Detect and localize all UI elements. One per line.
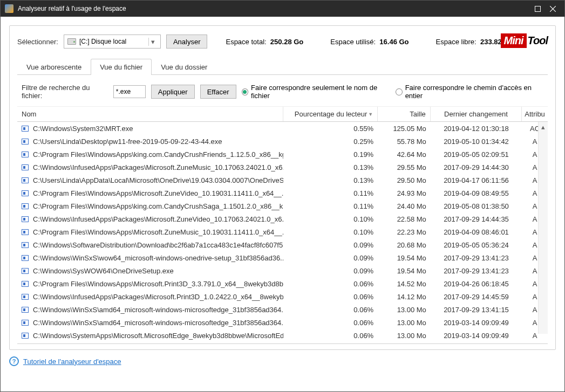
table-row[interactable]: C:\Windows\System32\MRT.exe0.55%125.05 M… — [17, 122, 548, 135]
tabs: Vue arborescente Vue du fichier Vue du d… — [17, 58, 548, 75]
table-row[interactable]: C:\Windows\WinSxS\wow64_microsoft-window… — [17, 251, 548, 264]
file-icon — [22, 190, 29, 196]
file-path: C:\Program Files\WindowsApps\Microsoft.Z… — [33, 189, 283, 197]
file-icon — [22, 216, 29, 222]
filter-label: Filtre de recherche du fichier: — [22, 84, 108, 100]
cell-size: 29.55 Mo — [378, 161, 431, 174]
col-size[interactable]: Taille — [378, 107, 431, 121]
file-icon — [22, 242, 29, 248]
file-icon — [22, 164, 29, 170]
radio-match-path[interactable]: Faire correspondre le chemin d'accès en … — [396, 84, 543, 100]
cell-date: 2019-03-14 09:09:49 — [431, 329, 522, 342]
cell-date: 2017-09-29 14:41:13 — [431, 342, 522, 344]
tab-folder[interactable]: Vue du dossier — [152, 59, 216, 75]
clear-button[interactable]: Effacer — [200, 85, 236, 99]
cell-size: 13.00 Mo — [378, 316, 431, 329]
table-row[interactable]: C:\Windows\SoftwareDistribution\Download… — [17, 238, 548, 251]
file-path: C:\Windows\SoftwareDistribution\Download… — [33, 241, 283, 249]
table-row[interactable]: C:\Program Files\WindowsApps\Microsoft.P… — [17, 277, 548, 290]
cell-percent: 0.11% — [283, 187, 378, 200]
table-row[interactable]: C:\Windows\SysWOW64\OneDriveSetup.exe0.0… — [17, 264, 548, 277]
file-icon — [22, 203, 29, 209]
cell-date: 2017-09-29 13:41:23 — [431, 264, 522, 277]
file-path: C:\Windows\WinSxS\amd64_microsoft-window… — [33, 306, 283, 314]
table-header: Nom Pourcentage du lecteur▼ Taille Derni… — [17, 107, 548, 122]
cell-size: 24.40 Mo — [378, 200, 431, 212]
cell-percent: 0.09% — [283, 238, 378, 251]
cell-date: 2019-05-08 01:38:50 — [431, 200, 522, 212]
apply-button[interactable]: Appliquer — [151, 85, 195, 99]
filter-row: Filtre de recherche du fichier: Applique… — [17, 75, 548, 107]
file-icon — [22, 126, 29, 132]
cell-percent: 0.19% — [283, 148, 378, 161]
table-row[interactable]: C:\Windows\WinSxS\amd64_microsoft-window… — [17, 303, 548, 316]
drive-icon — [67, 38, 76, 45]
table-row[interactable]: C:\Windows\WinSxS\amd64_microsoft-window… — [17, 342, 548, 344]
tab-file[interactable]: Vue du fichier — [91, 59, 152, 75]
footer: ? Tutoriel de l'analyseur d'espace — [1, 350, 564, 373]
cell-size: 19.54 Mo — [378, 264, 431, 277]
table-row[interactable]: C:\Windows\InfusedApps\Packages\Microsof… — [17, 212, 548, 225]
file-path: C:\Program Files\WindowsApps\Microsoft.Z… — [33, 228, 283, 236]
cell-size: 125.05 Mo — [378, 122, 431, 135]
cell-date: 2017-09-29 13:41:15 — [431, 303, 522, 316]
cell-percent: 0.55% — [283, 122, 378, 135]
cell-percent: 0.06% — [283, 303, 378, 316]
file-path: C:\Windows\System32\MRT.exe — [33, 125, 133, 133]
cell-date: 2019-04-26 06:18:45 — [431, 277, 522, 290]
app-icon — [5, 4, 13, 13]
file-icon — [22, 281, 29, 287]
cell-size: 20.68 Mo — [378, 238, 431, 251]
table-row[interactable]: C:\Program Files\WindowsApps\Microsoft.Z… — [17, 187, 548, 200]
select-label: Sélectionner: — [17, 38, 58, 46]
cell-size: 29.50 Mo — [378, 174, 431, 187]
file-icon — [22, 152, 29, 157]
cell-date: 2017-09-29 14:45:59 — [431, 290, 522, 303]
svg-rect-0 — [535, 6, 540, 11]
table-row[interactable]: C:\Windows\InfusedApps\Packages\Microsof… — [17, 161, 548, 174]
file-table: Nom Pourcentage du lecteur▼ Taille Derni… — [17, 107, 548, 344]
table-row[interactable]: C:\Program Files\WindowsApps\king.com.Ca… — [17, 200, 548, 212]
table-row[interactable]: C:\Windows\InfusedApps\Packages\Microsof… — [17, 290, 548, 303]
scroll-up-icon[interactable]: ▴ — [539, 122, 548, 132]
title-bar: Analyseur relatif à l'usage de l'espace — [1, 1, 564, 17]
drive-selector[interactable]: [C:] Disque local ▾ — [64, 35, 161, 49]
tutorial-link[interactable]: Tutoriel de l'analyseur d'espace — [23, 357, 121, 366]
close-button[interactable] — [545, 1, 560, 16]
file-icon — [22, 229, 29, 235]
cell-percent: 0.25% — [283, 135, 378, 148]
col-date[interactable]: Dernier changement — [431, 107, 522, 121]
col-percent[interactable]: Pourcentage du lecteur▼ — [283, 107, 378, 121]
table-row[interactable]: C:\Windows\WinSxS\amd64_microsoft-window… — [17, 316, 548, 329]
cell-percent: 0.09% — [283, 264, 378, 277]
cell-size: 13.00 Mo — [378, 303, 431, 316]
stat-used: Espace utilisé: 16.46 Go — [330, 38, 409, 46]
filter-input[interactable] — [113, 85, 146, 98]
file-path: C:\Windows\WinSxS\wow64_microsoft-window… — [33, 254, 283, 262]
main-panel: MiniTool Sélectionner: [C:] Disque local… — [9, 25, 556, 350]
col-attr[interactable]: Attribu — [522, 107, 548, 121]
cell-percent: 0.06% — [283, 316, 378, 329]
table-row[interactable]: C:\Users\Linda\Desktop\pw11-free-2019-05… — [17, 135, 548, 148]
table-row[interactable]: C:\Windows\SystemApps\Microsoft.Microsof… — [17, 329, 548, 342]
minitool-logo: MiniTool — [501, 33, 548, 48]
maximize-button[interactable] — [530, 1, 545, 16]
cell-size: 19.54 Mo — [378, 251, 431, 264]
vertical-scrollbar[interactable]: ▴ — [538, 122, 548, 334]
table-row[interactable]: C:\Program Files\WindowsApps\king.com.Ca… — [17, 148, 548, 161]
table-row[interactable]: C:\Program Files\WindowsApps\Microsoft.Z… — [17, 225, 548, 238]
cell-date: 2019-03-14 09:09:49 — [431, 316, 522, 329]
cell-date: 2019-04-09 08:46:01 — [431, 225, 522, 238]
cell-size: 14.12 Mo — [378, 290, 431, 303]
radio-match-name[interactable]: Faire correspondre seulement le nom de f… — [242, 84, 391, 100]
file-icon — [22, 139, 29, 145]
sort-desc-icon: ▼ — [368, 112, 373, 117]
cell-size: 13.00 Mo — [378, 329, 431, 342]
analyze-button[interactable]: Analyser — [166, 35, 208, 49]
col-name[interactable]: Nom — [17, 107, 283, 121]
cell-percent: 0.09% — [283, 251, 378, 264]
file-path: C:\Program Files\WindowsApps\king.com.Ca… — [33, 202, 283, 210]
cell-size: 55.78 Mo — [378, 135, 431, 148]
tab-tree[interactable]: Vue arborescente — [17, 59, 91, 75]
table-row[interactable]: C:\Users\Linda\AppData\Local\Microsoft\O… — [17, 174, 548, 187]
